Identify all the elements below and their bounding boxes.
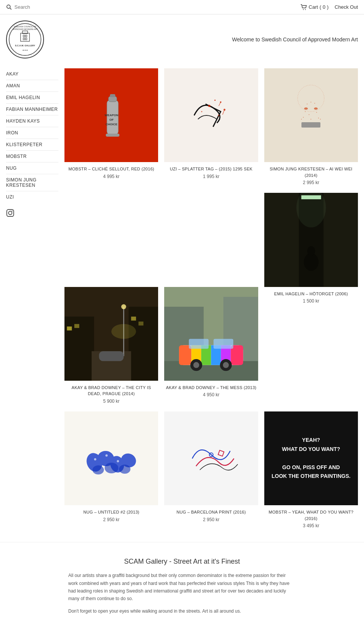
product-price-p2: 1 995 kr: [164, 174, 258, 179]
nug-blue-img: [75, 428, 147, 489]
product-price-p7: 2 950 kr: [64, 517, 158, 522]
product-card-p2[interactable]: UZI – SPLATTER TAG – (2015) 1295 SEK 1 9…: [164, 68, 258, 185]
portrait-img: [281, 81, 341, 150]
sidebar-item-emil-hagelin[interactable]: EMIL HAGELIN: [6, 92, 58, 104]
about-para1: All our artists share a graffiti backgro…: [68, 572, 296, 603]
product-price-p4: 5 900 kr: [64, 399, 158, 404]
svg-text:SWEDISH COUNCIL OF: SWEDISH COUNCIL OF: [14, 25, 36, 28]
svg-point-76: [223, 362, 229, 368]
product-card-p6[interactable]: EMIL HAGELIN – HÖTORGET (2006) 1 500 kr: [264, 193, 358, 404]
svg-rect-78: [214, 339, 234, 348]
svg-point-92: [94, 458, 96, 460]
svg-rect-19: [108, 96, 117, 102]
banner-welcome: Welcome to Swedish Council of Approved M…: [232, 36, 358, 43]
svg-point-90: [105, 463, 118, 473]
svg-point-44: [309, 114, 309, 115]
logo[interactable]: SWEDISH COUNCIL OF APPROVED MODERN ART S…: [6, 20, 44, 58]
cart-label: Cart: [309, 4, 318, 10]
svg-rect-57: [99, 351, 124, 361]
svg-rect-9: [23, 35, 25, 37]
product-title-p5: AKAY & BRAD DOWNEY – THE MESS (2013): [164, 385, 258, 391]
svg-point-74: [193, 362, 199, 368]
svg-text:S.C.A.M. GALLERY: S.C.A.M. GALLERY: [15, 44, 35, 47]
svg-point-39: [307, 104, 308, 104]
top-bar: Cart (0) Check Out: [0, 0, 364, 14]
svg-text:APPROVED MODERN ART: APPROVED MODERN ART: [13, 28, 38, 30]
product-title-p2: UZI – SPLATTER TAG – (2015) 1295 SEK: [164, 166, 258, 172]
logo-banner: SWEDISH COUNCIL OF APPROVED MODERN ART S…: [0, 14, 364, 65]
svg-point-91: [119, 465, 130, 474]
svg-point-30: [201, 111, 202, 112]
uzi-art-img: [183, 93, 240, 138]
svg-point-37: [304, 107, 308, 110]
sidebar-item-nug[interactable]: NUG: [6, 162, 58, 174]
product-card-p9[interactable]: YEAH? WHAT DO YOU WANT? GO ON, PISS OFF …: [264, 411, 358, 528]
logo-svg: SWEDISH COUNCIL OF APPROVED MODERN ART S…: [8, 23, 42, 56]
svg-point-45: [303, 117, 304, 118]
search-area: [6, 4, 60, 10]
sidebar-item-mobstr[interactable]: MOBSTR: [6, 151, 58, 162]
svg-point-47: [311, 119, 311, 120]
sidebar-item-klisterpeter[interactable]: KLISTERPETER: [6, 139, 58, 151]
svg-point-55: [121, 304, 126, 309]
product-price-p8: 2 950 kr: [164, 517, 258, 522]
svg-point-17: [12, 211, 13, 211]
checkout-link[interactable]: Check Out: [335, 4, 358, 10]
svg-point-89: [93, 465, 104, 474]
svg-rect-18: [107, 100, 118, 134]
search-icon: [6, 4, 12, 10]
svg-point-40: [314, 103, 315, 104]
cart-link[interactable]: Cart (0): [300, 4, 328, 10]
main-layout: AKAY AMAN EMIL HAGELIN FABIAN MANNHEIMER…: [0, 65, 364, 534]
product-price-p9: 3 495 kr: [264, 523, 358, 528]
cart-area: Cart (0) Check Out: [300, 4, 358, 10]
product-card-p4[interactable]: AKAY & BRAD DOWNEY – THE CITY IS DEAD, P…: [64, 193, 158, 404]
sidebar-item-hayden-kays[interactable]: HAYDEN KAYS: [6, 115, 58, 127]
product-grid: WEAPON OF CHOICE MOBSTR – CLICHÉ SELLOUT…: [64, 65, 364, 534]
svg-text:OF: OF: [109, 118, 113, 121]
svg-point-28: [214, 99, 215, 101]
prague-img: [64, 287, 158, 381]
sidebar-item-uzi[interactable]: UZI: [6, 191, 58, 203]
svg-point-16: [8, 211, 12, 214]
svg-rect-61: [138, 322, 143, 325]
svg-point-41: [311, 102, 311, 102]
sidebar-item-iron[interactable]: IRON: [6, 127, 58, 139]
product-title-p4: AKAY & BRAD DOWNEY – THE CITY IS DEAD, P…: [64, 385, 158, 397]
svg-line-32: [223, 110, 224, 115]
product-card-p8[interactable]: NUG – BARCELONA PRINT (2016) 2 950 kr: [164, 411, 258, 528]
svg-line-31: [219, 102, 221, 106]
svg-rect-11: [23, 38, 25, 40]
svg-rect-96: [218, 450, 224, 456]
product-card-p7[interactable]: NUG – UNTITLED #2 (2013) 2 950 kr: [64, 411, 158, 528]
product-title-p1: MOBSTR – CLICHÉ SELLOUT, RED (2016): [64, 166, 158, 172]
svg-rect-59: [74, 324, 79, 328]
about-section: SCAM Gallery - Street Art at it's Finest…: [0, 542, 364, 632]
svg-point-29: [218, 115, 220, 116]
svg-point-48: [301, 119, 302, 120]
svg-point-3: [305, 9, 306, 10]
svg-rect-10: [25, 35, 27, 37]
product-price-p5: 4 950 kr: [164, 392, 258, 397]
svg-point-33: [290, 87, 332, 136]
svg-point-93: [105, 454, 108, 457]
cart-count: 0: [323, 4, 325, 10]
svg-point-56: [111, 324, 136, 339]
svg-point-2: [303, 9, 304, 10]
product-title-p8: NUG – BARCELONA PRINT (2016): [164, 509, 258, 515]
sidebar-item-simon-jung-krestesen[interactable]: SIMON JUNG KRESTESEN: [6, 174, 58, 191]
search-input[interactable]: [14, 4, 60, 10]
instagram-icon[interactable]: [6, 209, 58, 219]
about-title: SCAM Gallery - Street Art at it's Finest: [68, 558, 296, 566]
product-card-p3[interactable]: SIMON JUNG KRESTESEN – AI WEI WEI (2014)…: [264, 68, 358, 185]
svg-point-94: [117, 460, 119, 462]
svg-point-38: [314, 107, 318, 110]
svg-point-25: [208, 105, 210, 107]
sidebar-item-aman[interactable]: AMAN: [6, 80, 58, 92]
product-card-p1[interactable]: WEAPON OF CHOICE MOBSTR – CLICHÉ SELLOUT…: [64, 68, 158, 185]
svg-rect-12: [25, 38, 27, 40]
sidebar-item-fabian-mannheimer[interactable]: FABIAN MANNHEIMER: [6, 104, 58, 115]
product-card-p5[interactable]: AKAY & BRAD DOWNEY – THE MESS (2013) 4 9…: [164, 193, 258, 404]
product-title-p3: SIMON JUNG KRESTESEN – AI WEI WEI (2014): [264, 166, 358, 178]
sidebar-item-akay[interactable]: AKAY: [6, 68, 58, 80]
